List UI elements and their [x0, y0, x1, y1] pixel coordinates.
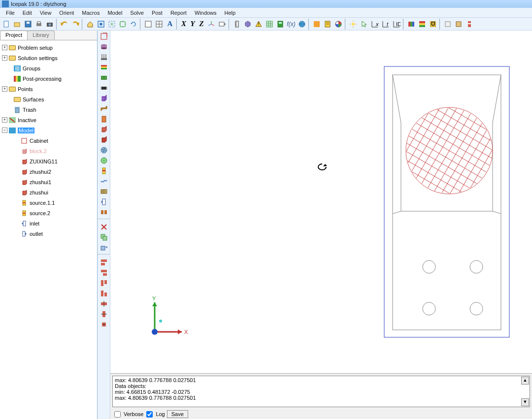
menu-post[interactable]: Post	[148, 9, 166, 16]
menu-file[interactable]: File	[2, 9, 19, 16]
save-button[interactable]	[23, 19, 33, 30]
obj-grille-button[interactable]	[99, 156, 109, 165]
obj-enclosure-button[interactable]	[99, 94, 109, 103]
menu-windows[interactable]: Windows	[191, 9, 221, 16]
delete-button[interactable]	[99, 222, 109, 232]
project-tree[interactable]: +Problem setup +Solution settings ▥Group…	[0, 40, 97, 419]
colormap-button[interactable]	[333, 19, 344, 30]
text-tool-button[interactable]: A	[165, 19, 175, 30]
tree-post-processing[interactable]: Post-processing	[1, 73, 96, 84]
obj-periodic-button[interactable]	[99, 207, 109, 217]
probe-t-button[interactable]: t	[380, 19, 391, 30]
palette2-button[interactable]	[417, 19, 428, 30]
palette3-button[interactable]: ℧	[428, 19, 438, 30]
axis-z-button[interactable]: Z	[197, 20, 206, 28]
align-1-button[interactable]	[99, 258, 109, 267]
obj-gradient-button[interactable]	[99, 63, 109, 72]
verbose-checkbox[interactable]	[114, 411, 121, 418]
align-7-button[interactable]	[99, 320, 109, 329]
obj-heatsink-button[interactable]	[99, 52, 109, 62]
tree-problem-setup[interactable]: +Problem setup	[1, 42, 96, 53]
ruler-button[interactable]	[232, 19, 242, 30]
materials-button[interactable]	[242, 19, 253, 30]
obj-source-button[interactable]	[99, 166, 109, 176]
mesh-button[interactable]	[264, 19, 275, 30]
solve-button[interactable]	[311, 19, 322, 30]
tool-b-button[interactable]	[453, 19, 464, 30]
obj-cabinet-button[interactable]	[99, 32, 109, 41]
window-single-button[interactable]	[143, 19, 154, 30]
align-4-button[interactable]	[99, 289, 109, 298]
align-6-button[interactable]	[99, 309, 109, 319]
camera-button[interactable]	[44, 19, 55, 30]
calculator-button[interactable]	[275, 19, 286, 30]
obj-package-button[interactable]	[99, 83, 109, 93]
menu-edit[interactable]: Edit	[19, 9, 36, 16]
globe-button[interactable]	[297, 19, 307, 30]
obj-resistance-button[interactable]	[99, 176, 109, 186]
menu-view[interactable]: View	[36, 9, 56, 16]
obj-assembly-button[interactable]	[99, 42, 109, 52]
probe-x-button[interactable]: x	[369, 19, 380, 30]
tree-source2[interactable]: source.2	[1, 208, 96, 218]
menu-macros[interactable]: Macros	[78, 9, 103, 16]
viewport[interactable]: X Y	[110, 31, 532, 419]
probe-id-button[interactable]: ID	[391, 19, 402, 30]
rotate-button[interactable]	[128, 19, 139, 30]
redo-button[interactable]	[70, 19, 81, 30]
tab-library[interactable]: Library	[27, 31, 55, 40]
tool-c-button[interactable]	[464, 19, 475, 30]
axis-y-button[interactable]: Y	[188, 20, 197, 28]
menu-orient[interactable]: Orient	[55, 9, 78, 16]
iso-view-button[interactable]	[206, 19, 217, 30]
tool-a-button[interactable]	[442, 19, 453, 30]
palette1-button[interactable]	[406, 19, 417, 30]
scroll-up-button[interactable]: ▲	[521, 377, 529, 385]
tree-cabinet[interactable]: Cabinet	[1, 135, 96, 146]
zoom-area-button[interactable]	[106, 19, 117, 30]
report-button[interactable]	[322, 19, 333, 30]
tree-block2[interactable]: block.2	[1, 146, 96, 156]
tree-groups[interactable]: ▥Groups	[1, 63, 96, 73]
tree-zuixing11[interactable]: ZUIXING11	[1, 156, 96, 166]
view-dropdown[interactable]	[217, 19, 228, 30]
obj-pcb-button[interactable]	[99, 73, 109, 83]
tree-model[interactable]: −Model	[1, 125, 96, 135]
save-log-button[interactable]: Save	[167, 410, 188, 418]
tree-zhushui2[interactable]: zhushui2	[1, 166, 96, 177]
menu-model[interactable]: Model	[103, 9, 126, 16]
obj-solidblock-button[interactable]	[99, 135, 109, 145]
tree-points[interactable]: +Points	[1, 84, 96, 94]
print-button[interactable]	[33, 19, 44, 30]
tree-source11[interactable]: source.1.1	[1, 197, 96, 208]
obj-fan-button[interactable]	[99, 145, 109, 155]
menu-report[interactable]: Report	[166, 9, 191, 16]
undo-button[interactable]	[59, 19, 70, 30]
tree-inactive[interactable]: +Inactive	[1, 115, 96, 125]
tree-trash[interactable]: Trash	[1, 104, 96, 115]
obj-wall-button[interactable]	[99, 114, 109, 124]
home-button[interactable]	[85, 19, 96, 30]
align-3-button[interactable]	[99, 278, 109, 288]
fit-button[interactable]	[96, 19, 106, 30]
warning-button[interactable]: !	[253, 19, 264, 30]
light-button[interactable]	[348, 19, 359, 30]
obj-plate-button[interactable]	[99, 104, 109, 114]
tree-zhushui[interactable]: zhushui	[1, 187, 96, 197]
window-split-button[interactable]	[154, 19, 165, 30]
move-button[interactable]	[99, 243, 109, 253]
obj-opening-button[interactable]	[99, 197, 109, 207]
tab-project[interactable]: Project	[0, 31, 28, 40]
tree-surfaces[interactable]: Surfaces	[1, 94, 96, 104]
align-5-button[interactable]	[99, 299, 109, 309]
obj-block-button[interactable]	[99, 125, 109, 134]
tree-outlet[interactable]: outlet	[1, 228, 96, 239]
align-2-button[interactable]	[99, 268, 109, 278]
scroll-down-button[interactable]: ▼	[521, 398, 529, 406]
open-button[interactable]	[12, 19, 23, 30]
function-button[interactable]: f(x)	[286, 19, 297, 30]
tree-zhushui1[interactable]: zhushui1	[1, 177, 96, 187]
copy-button[interactable]	[99, 232, 109, 242]
tree-solution-settings[interactable]: +Solution settings	[1, 53, 96, 63]
message-log[interactable]: max: 4.80639 0.776788 0.027501 Data obje…	[112, 376, 530, 407]
